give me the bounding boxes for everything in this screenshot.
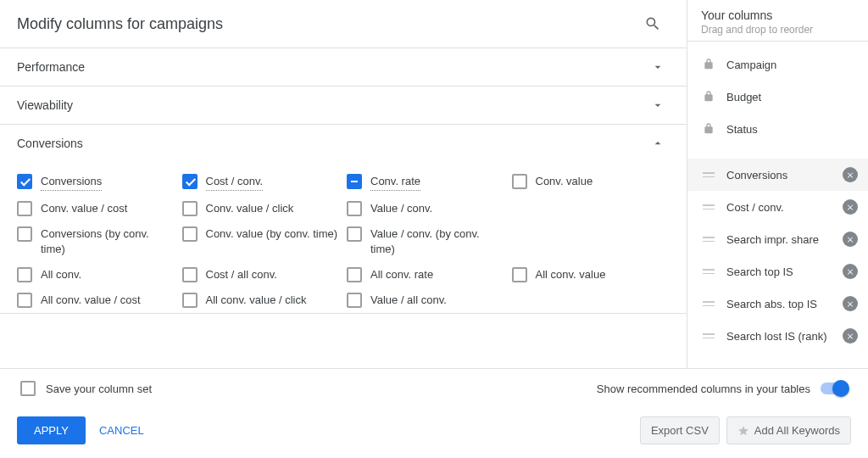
option-label[interactable]: All conv. value / click: [206, 293, 307, 308]
dialog-title: Modify columns for campaigns: [17, 15, 223, 33]
option-checkbox[interactable]: [17, 226, 32, 242]
option-checkbox[interactable]: [512, 267, 527, 282]
option-label[interactable]: Conversions: [41, 174, 102, 191]
section-label: Viewability: [17, 98, 73, 112]
column-label: Search abs. top IS: [726, 298, 832, 310]
remove-column-button[interactable]: [843, 167, 858, 182]
column-option: Value / conv. (by conv. time): [347, 226, 505, 257]
your-columns-title: Your columns: [701, 8, 854, 22]
option-label[interactable]: Conv. value: [536, 174, 593, 189]
option-checkbox[interactable]: [347, 201, 362, 216]
option-label[interactable]: Cost / conv.: [206, 174, 264, 191]
column-option: Conv. value: [512, 174, 670, 191]
option-label[interactable]: Cost / all conv.: [206, 267, 277, 282]
option-checkbox[interactable]: [182, 174, 198, 189]
star-icon: [737, 425, 749, 437]
option-checkbox[interactable]: [182, 267, 198, 282]
section-conversions[interactable]: Conversions: [0, 125, 687, 162]
apply-button[interactable]: APPLY: [17, 416, 86, 444]
option-label[interactable]: Conv. value / click: [206, 201, 294, 216]
remove-column-button[interactable]: [843, 199, 858, 215]
remove-column-button[interactable]: [843, 264, 858, 279]
drag-handle-icon[interactable]: [701, 296, 716, 311]
option-checkbox[interactable]: [17, 293, 32, 308]
option-checkbox[interactable]: [182, 226, 198, 242]
export-csv-button[interactable]: Export CSV: [640, 416, 720, 444]
drag-handle-icon[interactable]: [701, 199, 716, 215]
option-label[interactable]: All conv. value / cost: [41, 293, 141, 308]
column-label: Conversions: [726, 169, 832, 182]
column-label: Budget: [726, 91, 858, 103]
option-label[interactable]: All conv. value: [536, 267, 606, 282]
option-checkbox[interactable]: [17, 174, 32, 189]
drag-handle-icon[interactable]: [701, 264, 716, 279]
option-label[interactable]: Conv. value (by conv. time): [206, 226, 338, 242]
drag-handle-icon[interactable]: [701, 167, 716, 182]
option-label[interactable]: Conv. value / cost: [41, 201, 127, 216]
draggable-column-item[interactable]: Conversions: [687, 159, 868, 191]
column-option: Conversions (by conv. time): [17, 226, 175, 257]
column-option: All conv. rate: [347, 267, 505, 282]
search-icon: [644, 15, 661, 32]
remove-column-button[interactable]: [843, 232, 858, 247]
column-option: All conv. value / click: [182, 293, 341, 308]
column-label: Search top IS: [726, 265, 832, 278]
option-label[interactable]: Conversions (by conv. time): [41, 226, 175, 257]
save-column-set-checkbox[interactable]: [20, 381, 36, 396]
draggable-columns-list: ConversionsCost / conv.Search impr. shar…: [687, 152, 868, 352]
column-label: Search impr. share: [726, 233, 832, 246]
section-viewability[interactable]: Viewability: [0, 87, 687, 125]
column-label: Status: [726, 123, 858, 136]
remove-column-button[interactable]: [843, 296, 858, 311]
draggable-column-item[interactable]: Search lost IS (rank): [687, 320, 868, 352]
option-checkbox[interactable]: [347, 267, 362, 282]
drag-handle-icon[interactable]: [701, 232, 716, 247]
column-option: All conv. value / cost: [17, 293, 175, 308]
option-checkbox[interactable]: [512, 174, 527, 189]
column-option: All conv. value: [512, 267, 670, 282]
column-option: Conv. value / click: [182, 201, 341, 216]
option-label[interactable]: Value / conv.: [370, 201, 432, 216]
drag-handle-icon[interactable]: [701, 328, 716, 344]
chevron-up-icon: [649, 135, 666, 152]
remove-column-button[interactable]: [843, 328, 858, 344]
option-checkbox[interactable]: [347, 226, 362, 242]
add-all-keywords-button[interactable]: Add All Keywords: [726, 416, 851, 444]
draggable-column-item[interactable]: Search impr. share: [687, 223, 868, 255]
draggable-column-item[interactable]: Cost / conv.: [687, 191, 868, 223]
section-performance[interactable]: Performance: [0, 48, 687, 87]
show-recommended-row: Show recommended columns in your tables: [597, 383, 848, 395]
column-label: Search lost IS (rank): [726, 330, 832, 343]
option-label[interactable]: Value / all conv.: [370, 293, 447, 308]
search-button[interactable]: [639, 10, 666, 37]
column-label: Cost / conv.: [726, 201, 832, 214]
option-checkbox[interactable]: [182, 201, 198, 216]
draggable-column-item[interactable]: Search top IS: [687, 255, 868, 288]
column-option: [512, 201, 670, 216]
option-label[interactable]: All conv. rate: [370, 267, 433, 282]
draggable-column-item[interactable]: Search abs. top IS: [687, 288, 868, 320]
section-label: Conversions: [17, 137, 83, 150]
column-option: Cost / conv.: [182, 174, 341, 191]
option-label[interactable]: Value / conv. (by conv. time): [370, 226, 505, 257]
column-option: Conv. rate: [347, 174, 505, 191]
save-column-set-label: Save your column set: [46, 383, 152, 395]
cancel-button[interactable]: CANCEL: [99, 424, 144, 437]
option-checkbox[interactable]: [17, 201, 32, 216]
option-label[interactable]: All conv.: [41, 267, 81, 282]
locked-column-item: Budget: [687, 81, 868, 113]
column-option: Conversions: [17, 174, 175, 191]
option-checkbox[interactable]: [182, 293, 198, 308]
option-checkbox[interactable]: [347, 174, 362, 189]
show-recommended-toggle[interactable]: [821, 383, 848, 394]
option-label[interactable]: Conv. rate: [370, 174, 420, 191]
option-checkbox[interactable]: [347, 293, 362, 308]
show-recommended-label: Show recommended columns in your tables: [597, 383, 810, 395]
save-column-set[interactable]: Save your column set: [20, 381, 152, 396]
option-checkbox[interactable]: [17, 267, 32, 282]
dialog-footer: Save your column set Show recommended co…: [0, 368, 868, 458]
column-option: Conv. value / cost: [17, 201, 175, 216]
options-grid: ConversionsCost / conv.Conv. rateConv. v…: [0, 162, 687, 314]
column-option: [512, 226, 670, 257]
sections-scroll[interactable]: Performance Viewability Conversions Conv…: [0, 48, 687, 368]
